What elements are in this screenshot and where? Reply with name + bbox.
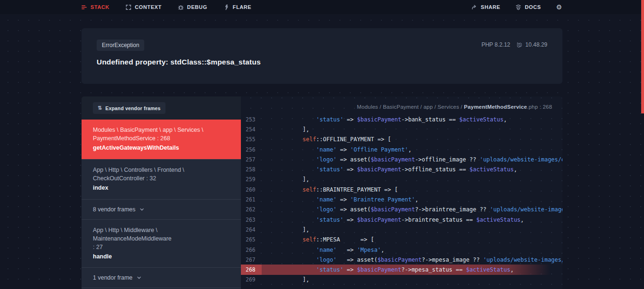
code-line: 266 'name' => 'Mpesa', xyxy=(241,245,562,255)
code-panel: Modules / BasicPayment / app / Services … xyxy=(241,96,562,289)
line-number: 266 xyxy=(241,245,262,255)
code-line: 267 'logo' => asset($basicPayment?->mpes… xyxy=(241,255,562,265)
share-label: SHARE xyxy=(481,4,501,10)
code-text: self::BRAINTREE_PAYMENT => [ xyxy=(262,185,562,194)
share-icon xyxy=(471,4,478,10)
share-button[interactable]: SHARE xyxy=(471,4,501,10)
line-number: 260 xyxy=(241,185,262,194)
top-navigation: STACK CONTEXT DEBUG xyxy=(0,0,644,14)
line-number: 259 xyxy=(241,175,262,185)
code-line: 255 self::OFFLINE_PAYMENT => [ xyxy=(241,135,562,144)
line-number: 263 xyxy=(241,215,262,225)
page-scrollbar-thumb[interactable] xyxy=(641,0,644,113)
code-text: self::OFFLINE_PAYMENT => [ xyxy=(262,135,562,144)
code-text: ], xyxy=(262,175,562,185)
file-breadcrumb: Modules / BasicPayment / app / Services … xyxy=(241,96,562,114)
code-line: 264 ], xyxy=(241,225,562,234)
flare-icon xyxy=(223,4,230,10)
code-text: 'logo' => asset($basicPayment?->mpesa_im… xyxy=(262,255,562,265)
line-number: 253 xyxy=(241,114,262,124)
laravel-icon xyxy=(517,42,523,48)
sidebar-header: ⇅ Expand vendor frames xyxy=(82,96,241,120)
code-line: 254 ], xyxy=(241,124,562,134)
nav-tabs: STACK CONTEXT DEBUG xyxy=(81,4,251,10)
frame-path: App \ Http \ Controllers \ Frontend \ Ch… xyxy=(93,166,230,183)
code-line: 262 'logo' => asset($basicPayment?->brai… xyxy=(241,205,562,215)
line-number: 256 xyxy=(241,144,262,154)
frame-path: App \ Http \ Middleware \ MaintenanceMod… xyxy=(93,226,230,251)
code-text: ], xyxy=(262,124,562,134)
line-number: 257 xyxy=(241,154,262,164)
tab-debug[interactable]: DEBUG xyxy=(178,4,207,10)
laravel-version: 10.48.29 xyxy=(517,41,547,48)
stack-frames-sidebar: ⇅ Expand vendor frames Modules \ BasicPa… xyxy=(82,96,241,289)
error-card: ErrorException PHP 8.2.12 10.48.29 Undef… xyxy=(82,28,562,84)
environment-info: PHP 8.2.12 10.48.29 xyxy=(481,41,547,48)
exception-class-badge[interactable]: ErrorException xyxy=(97,40,144,51)
code-text: 'status' => $basicPayment?->mpesa_status… xyxy=(262,265,562,274)
code-line: 258 'status' => $basicPayment->offline_s… xyxy=(241,164,562,174)
line-number: 265 xyxy=(241,235,262,245)
code-line: 257 'logo' => asset($basicPayment->offli… xyxy=(241,154,562,164)
vendor-frames-label: 8 vendor frames xyxy=(93,206,135,213)
tab-flare[interactable]: FLARE xyxy=(223,4,252,10)
line-number: 269 xyxy=(241,275,262,285)
code-line: 263 'status' => $basicPayment->braintree… xyxy=(241,215,562,225)
nav-actions: SHARE DOCS ⚙ xyxy=(471,4,562,10)
code-line: 260 self::BRAINTREE_PAYMENT => [ xyxy=(241,185,562,194)
tab-context[interactable]: CONTEXT xyxy=(125,4,162,10)
tab-stack[interactable]: STACK xyxy=(81,4,109,10)
frame-method: handle xyxy=(93,253,230,261)
code-line: 265 self::MPESA => [ xyxy=(241,235,562,245)
expand-collapse-icon: ⇅ xyxy=(98,105,102,111)
gear-icon[interactable]: ⚙ xyxy=(556,4,562,10)
tab-debug-label: DEBUG xyxy=(187,4,207,10)
chevron-down-icon xyxy=(140,207,144,212)
code-line-highlighted: 268 'status' => $basicPayment?->mpesa_st… xyxy=(241,265,562,274)
vendor-frames-label: 1 vendor frame xyxy=(93,274,132,281)
code-text: 'name' => 'Braintree Payment', xyxy=(262,194,562,204)
vendor-frames-group[interactable]: 1 vendor frame xyxy=(82,267,241,288)
code-text: 'logo' => asset($basicPayment?->braintre… xyxy=(262,205,562,215)
code-text: 'name' => 'Mpesa', xyxy=(262,245,562,255)
php-version: PHP 8.2.12 xyxy=(481,41,510,48)
context-icon xyxy=(125,4,132,10)
code-line: 259 ], xyxy=(241,175,562,185)
line-number: 261 xyxy=(241,194,262,204)
code-text: 'logo' => asset($basicPayment->offline_i… xyxy=(262,154,562,164)
chevron-down-icon xyxy=(137,275,141,280)
line-number: 258 xyxy=(241,164,262,174)
line-number: 267 xyxy=(241,255,262,265)
line-number: 268 xyxy=(241,265,262,274)
code-line: 269 ], xyxy=(241,275,562,285)
frame-method: index xyxy=(93,184,230,193)
code-text: 'status' => $basicPayment->offline_statu… xyxy=(262,164,562,174)
frames-list: Modules \ BasicPayment \ app \ Services … xyxy=(82,120,241,289)
stack-frame[interactable]: App \ Http \ Middleware \ MaintenanceMod… xyxy=(82,219,241,268)
stack-frame[interactable]: App \ Http \ Controllers \ Frontend \ Ch… xyxy=(82,159,241,199)
vendor-frames-group[interactable]: 8 vendor frames xyxy=(82,199,241,219)
line-number: 264 xyxy=(241,225,262,234)
file-name: PaymentMethodService xyxy=(464,104,527,110)
line-number: 262 xyxy=(241,205,262,215)
code-line: 256 'name' => 'Offline Payment', xyxy=(241,144,562,154)
code-text: 'status' => $basicPayment->braintree_sta… xyxy=(262,215,562,225)
stack-frame-active[interactable]: Modules \ BasicPayment \ app \ Services … xyxy=(82,120,241,159)
main-content: ErrorException PHP 8.2.12 10.48.29 Undef… xyxy=(82,28,562,289)
code-text: ], xyxy=(262,225,562,234)
expand-vendor-frames-button[interactable]: ⇅ Expand vendor frames xyxy=(93,102,165,114)
docs-button[interactable]: DOCS xyxy=(515,4,541,10)
stack-trace-card: ⇅ Expand vendor frames Modules \ BasicPa… xyxy=(82,96,562,289)
code-text: ], xyxy=(262,275,562,285)
frame-path: Modules \ BasicPayment \ app \ Services … xyxy=(93,126,230,143)
stack-icon xyxy=(81,4,87,10)
code-snippet: 253 'status' => $basicPayment->bank_stat… xyxy=(241,114,562,285)
docs-icon xyxy=(515,4,521,10)
line-number: 254 xyxy=(241,124,262,134)
tab-flare-label: FLARE xyxy=(233,4,252,10)
line-number: 255 xyxy=(241,135,262,144)
frame-method: getActiveGatewaysWithDetails xyxy=(93,144,230,153)
code-text: 'status' => $basicPayment->bank_status =… xyxy=(262,114,562,124)
debug-icon xyxy=(178,4,184,10)
code-text: self::MPESA => [ xyxy=(262,235,562,245)
